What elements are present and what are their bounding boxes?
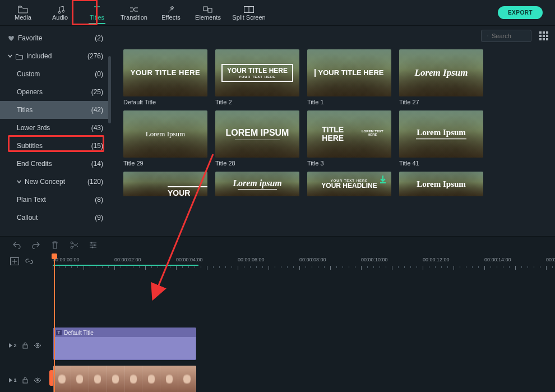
export-button[interactable]: EXPORT xyxy=(498,6,543,19)
sidebar-item-callout[interactable]: Callout(9) xyxy=(0,209,111,227)
sidebar-item-subtitles[interactable]: Subtitles(15) xyxy=(0,137,111,155)
add-media-icon[interactable] xyxy=(10,257,19,265)
delete-icon[interactable] xyxy=(50,241,59,250)
search-icon xyxy=(487,33,488,39)
sidebar-item-plain-text[interactable]: Plain Text(8) xyxy=(0,191,111,209)
playhead[interactable] xyxy=(54,253,55,392)
thumbnail-preview: Lorem Ipsum xyxy=(399,110,483,158)
tab-transition[interactable]: Transition xyxy=(115,1,152,25)
thumbnail-name: Title 1 xyxy=(307,99,391,107)
title-thumbnail[interactable]: Lorem IpsumTitle 27 xyxy=(399,49,483,107)
thumbnail-overlay-text: LOREM IPSUM xyxy=(223,128,293,140)
thumbnail-preview: YOUR TITLE HERE xyxy=(123,49,207,96)
title-thumbnail[interactable]: Lorem IpsumTitle 41 xyxy=(399,110,483,168)
svg-rect-1 xyxy=(208,8,212,12)
visibility-eye-icon[interactable] xyxy=(34,377,41,383)
title-track-header: 2 xyxy=(0,328,50,363)
sidebar-item-new-concept[interactable]: New Concept(120) xyxy=(0,173,111,191)
timeline: 00:00:00:0000:00:02:0000:00:04:0000:00:0… xyxy=(0,253,555,392)
thumbnail-preview: Lorem Ipsum xyxy=(399,49,483,96)
title-thumbnail[interactable]: YOUR HEADLINE xyxy=(123,172,207,207)
sidebar-item-end-credits[interactable]: End Credits(14) xyxy=(0,155,111,173)
sidebar-item-lower-3rds[interactable]: Lower 3rds(43) xyxy=(0,119,111,137)
timecode-label: 00:00:08:00 xyxy=(299,257,326,262)
thumbnail-preview: TITLE HERELOREM TEXT HERE xyxy=(307,110,391,158)
title-thumbnail[interactable]: YOUR TEXT HEREYOUR HEADLINE xyxy=(307,172,391,207)
folder-icon xyxy=(16,53,23,59)
title-thumbnail[interactable]: Lorem IpsumTitle 29 xyxy=(123,110,207,168)
tab-titles[interactable]: Titles xyxy=(78,1,115,25)
sidebar-item-titles[interactable]: Titles(42) xyxy=(0,101,111,119)
thumbnail-preview: Lorem Ipsum xyxy=(123,110,207,158)
sidebar-item-label: End Credits xyxy=(17,160,52,168)
title-thumbnail[interactable]: YOUR TITLE HERETitle 1 xyxy=(307,49,391,107)
tab-effects[interactable]: Effects xyxy=(152,1,189,25)
title-thumbnail[interactable]: TITLE HERELOREM TEXT HERETitle 3 xyxy=(307,110,391,168)
lock-icon[interactable] xyxy=(22,377,28,384)
split-scissors-icon[interactable] xyxy=(70,241,78,250)
video-clip[interactable]: Wondershare-9ccd75f6-5eb1-4469-91ea-a09d… xyxy=(53,366,196,392)
lock-icon[interactable] xyxy=(22,342,28,349)
sidebar-item-count: (25) xyxy=(91,88,103,96)
timecode-label: 00:00:06:00 xyxy=(238,257,265,262)
tab-label: Transition xyxy=(121,14,147,21)
empty-track-body[interactable] xyxy=(50,271,555,324)
tab-elements[interactable]: Elements xyxy=(189,1,226,25)
sidebar-item-count: (42) xyxy=(91,106,103,114)
thumbnail-name xyxy=(123,199,207,207)
thumbnail-name xyxy=(215,199,299,207)
thumbnail-preview: Lorem Ipsum xyxy=(399,172,483,196)
sidebar: Favorite(2)Included(276)Custom(0)Openers… xyxy=(0,26,111,236)
search-input[interactable] xyxy=(492,33,525,39)
view-grid-icon[interactable] xyxy=(539,31,548,40)
thumbnail-overlay-text: Lorem Ipsum xyxy=(413,179,469,189)
sidebar-item-count: (8) xyxy=(95,196,103,204)
link-icon[interactable] xyxy=(25,257,34,265)
tab-media[interactable]: Media xyxy=(4,1,41,25)
sidebar-item-label: Plain Text xyxy=(17,196,46,204)
sidebar-item-favorite[interactable]: Favorite(2) xyxy=(0,29,111,47)
search-input-container[interactable] xyxy=(481,30,531,42)
thumbnail-name: Title 27 xyxy=(399,99,483,107)
timeline-ruler[interactable]: 00:00:00:0000:00:02:0000:00:04:0000:00:0… xyxy=(0,253,555,269)
title-thumbnail[interactable]: YOUR TITLE HEREDefault Title xyxy=(123,49,207,107)
sidebar-item-openers[interactable]: Openers(25) xyxy=(0,83,111,101)
undo-icon[interactable] xyxy=(12,241,21,250)
visibility-eye-icon[interactable] xyxy=(34,343,41,348)
sidebar-item-label: Titles xyxy=(17,106,33,114)
adjust-sliders-icon[interactable] xyxy=(89,241,98,250)
sidebar-item-custom[interactable]: Custom(0) xyxy=(0,65,111,83)
video-track-header: 1 xyxy=(0,366,50,392)
title-thumbnail[interactable]: YOUR TITLE HEREYOUR TEXT HERETitle 2 xyxy=(215,49,299,107)
sidebar-item-label: Lower 3rds xyxy=(17,124,50,132)
title-thumbnail-grid: YOUR TITLE HEREDefault TitleYOUR TITLE H… xyxy=(111,46,555,207)
thumbnail-overlay-text: Lorem Ipsum xyxy=(411,68,471,79)
tab-label: Split Screen xyxy=(232,14,265,21)
sidebar-item-included[interactable]: Included(276) xyxy=(0,47,111,65)
sidebar-item-label: Subtitles xyxy=(17,142,43,150)
thumbnail-preview: LOREM IPSUM xyxy=(215,110,299,158)
tab-split-screen[interactable]: Split Screen xyxy=(226,1,271,25)
sidebar-item-label: Favorite xyxy=(18,34,42,42)
thumbnail-name: Title 41 xyxy=(399,160,483,168)
track-indicator-icon[interactable]: 2 xyxy=(9,343,16,348)
content-top-bar xyxy=(111,26,555,46)
title-thumbnail[interactable]: Lorem Ipsum xyxy=(399,172,483,207)
tab-label: Media xyxy=(15,14,31,21)
thumbnail-preview: Lorem ipsum xyxy=(215,172,299,196)
title-thumbnail[interactable]: Lorem ipsum xyxy=(215,172,299,207)
text-icon xyxy=(92,5,101,14)
sidebar-item-count: (120) xyxy=(87,178,103,186)
title-thumbnail[interactable]: LOREM IPSUMTitle 28 xyxy=(215,110,299,168)
tab-audio[interactable]: Audio xyxy=(41,1,78,25)
svg-point-11 xyxy=(94,245,96,246)
title-clip[interactable]: TDefault Title xyxy=(53,328,196,360)
sidebar-item-count: (276) xyxy=(87,52,103,60)
video-track-body[interactable]: Wondershare-9ccd75f6-5eb1-4469-91ea-a09d… xyxy=(50,366,555,392)
wand-icon xyxy=(166,5,175,14)
svg-rect-16 xyxy=(23,380,27,383)
redo-icon[interactable] xyxy=(31,241,40,250)
title-track-body[interactable]: TDefault Title xyxy=(50,328,555,363)
download-arrow-icon[interactable] xyxy=(379,175,387,184)
track-indicator-icon[interactable]: 1 xyxy=(9,377,16,383)
